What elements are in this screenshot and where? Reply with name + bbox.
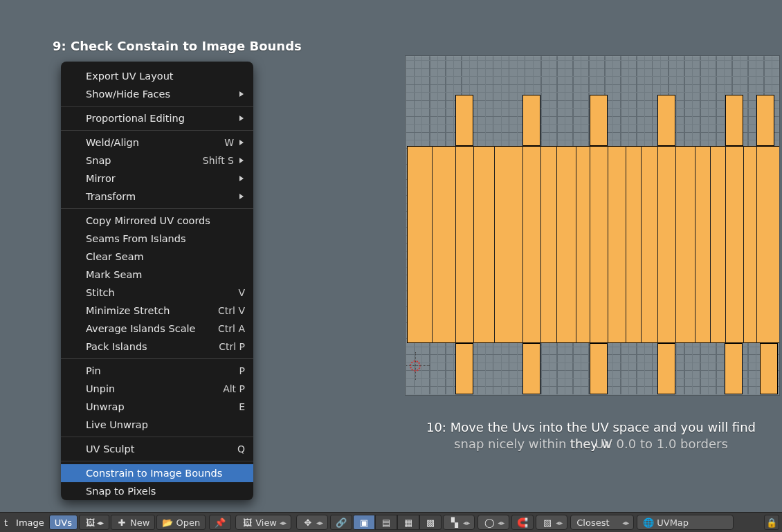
chevron-right-icon xyxy=(239,194,245,199)
menu-weld-align[interactable]: Weld/AlignW xyxy=(61,134,253,152)
select-edge-button[interactable]: ▤ xyxy=(375,515,397,530)
snap-toggle-button[interactable]: 🧲 xyxy=(511,515,534,530)
uvmap-icon: 🌐 xyxy=(643,517,654,528)
shortcut-label: W xyxy=(224,137,234,148)
shortcut-label: Alt P xyxy=(223,383,245,394)
menu-separator xyxy=(61,358,253,359)
shortcut-label: Shift S xyxy=(203,155,234,166)
lock-button[interactable]: 🔒 xyxy=(764,515,779,530)
chevron-right-icon xyxy=(239,116,245,121)
shortcut-label: Ctrl A xyxy=(218,323,245,334)
image-icon: 🖼 xyxy=(242,517,253,528)
uv-island-tab-down xyxy=(455,343,473,394)
uv-island-tab-up xyxy=(756,95,774,146)
select-vertex-button[interactable]: ▣ xyxy=(353,515,375,530)
menu-average-islands-scale[interactable]: Average Islands ScaleCtrl A xyxy=(61,320,253,338)
menu-live-unwrap-toggle[interactable]: Live Unwrap xyxy=(61,416,253,434)
menu-separator xyxy=(61,208,253,209)
uv-island-tab-down xyxy=(657,343,675,394)
lock-icon: 🔒 xyxy=(766,517,777,528)
menu-seams-from-islands[interactable]: Seams From Islands xyxy=(61,230,253,248)
uv-island-tab-down xyxy=(760,343,778,394)
menu-proportional-editing[interactable]: Proportional Editing xyxy=(61,109,253,127)
menu-stitch[interactable]: StitchV xyxy=(61,284,253,302)
menu-snap-to-pixels-toggle[interactable]: Snap to Pixels xyxy=(61,482,253,500)
menu-clear-seam[interactable]: Clear Seam xyxy=(61,248,253,266)
menu-pack-islands[interactable]: Pack IslandsCtrl P xyxy=(61,338,253,356)
menu-copy-mirrored-uv[interactable]: Copy Mirrored UV coords xyxy=(61,212,253,230)
snap-target-dropdown[interactable]: ▧◂▸ xyxy=(536,515,567,530)
pivot-dropdown[interactable]: ✥◂▸ xyxy=(296,515,328,530)
uv-map-selector[interactable]: 🌐UVMap xyxy=(637,515,734,530)
sticky-icon: ▚ xyxy=(449,517,460,528)
uv-editor-header: t Image UVs 🖼◂▸ ✚New 📂Open 📌 🖼View◂▸ ✥◂▸… xyxy=(0,512,782,532)
uv-select-mode-group: ▣ ▤ ▦ ▩ xyxy=(353,515,442,530)
uv-island-divisions xyxy=(407,146,780,343)
sticky-select-dropdown[interactable]: ▚◂▸ xyxy=(443,515,475,530)
shortcut-label: V xyxy=(238,287,245,298)
chevron-right-icon xyxy=(239,158,245,163)
folder-icon: 📂 xyxy=(162,517,173,528)
menu-constrain-to-image-bounds-toggle[interactable]: Constrain to Image Bounds xyxy=(61,464,253,482)
magnet-icon: 🧲 xyxy=(517,517,528,528)
open-image-button[interactable]: 📂Open xyxy=(156,515,206,530)
shortcut-label: Ctrl P xyxy=(219,341,245,352)
menu-unpin[interactable]: UnpinAlt P xyxy=(61,380,253,398)
caption-step-9: 9: Check Constain to Image Bounds xyxy=(53,39,302,53)
menu-separator xyxy=(61,461,253,461)
select-island-button[interactable]: ▩ xyxy=(419,515,442,530)
uv-island-tab-down xyxy=(725,343,743,394)
menu-separator xyxy=(61,106,253,107)
chevron-right-icon xyxy=(239,91,245,97)
proportional-editing-dropdown[interactable]: ◯◂▸ xyxy=(478,515,509,530)
caption-step-10-line2: snap nicely within the UV 0.0 to 1.0 bor… xyxy=(411,436,771,452)
menu-unwrap[interactable]: UnwrapE xyxy=(61,398,253,416)
header-menu-uvs[interactable]: UVs xyxy=(49,515,78,530)
snap-target-icon: ▧ xyxy=(542,517,553,528)
header-menu-truncated[interactable]: t xyxy=(0,517,12,528)
chevron-right-icon xyxy=(239,140,245,145)
menu-separator xyxy=(61,130,253,131)
edge-icon: ▤ xyxy=(381,517,392,528)
uvs-context-menu: Export UV Layout Show/Hide Faces Proport… xyxy=(61,62,253,500)
view-dropdown[interactable]: 🖼View◂▸ xyxy=(235,515,291,530)
menu-mirror[interactable]: Mirror xyxy=(61,169,253,187)
texture-interpolation-dropdown[interactable]: Closest◂▸ xyxy=(570,515,634,530)
island-icon: ▩ xyxy=(425,517,436,528)
menu-pin[interactable]: PinP xyxy=(61,362,253,380)
pin-button[interactable]: 📌 xyxy=(209,515,231,530)
image-icon: 🖼 xyxy=(84,517,96,528)
uv-island-tab-down xyxy=(522,343,540,394)
menu-snap[interactable]: SnapShift S xyxy=(61,152,253,169)
shortcut-label: P xyxy=(239,365,245,376)
uv-island-tab-up xyxy=(455,95,473,146)
plus-icon: ✚ xyxy=(116,517,127,528)
chevron-right-icon xyxy=(239,176,245,181)
uv-island-tab-up xyxy=(590,95,608,146)
pivot-icon: ✥ xyxy=(302,517,313,528)
new-image-button[interactable]: ✚New xyxy=(111,515,155,530)
header-menu-image[interactable]: Image xyxy=(12,517,48,528)
menu-show-hide-faces[interactable]: Show/Hide Faces xyxy=(61,85,253,103)
menu-mark-seam[interactable]: Mark Seam xyxy=(61,266,253,284)
uv-editor-canvas[interactable] xyxy=(405,55,780,396)
sync-selection-button[interactable]: 🔗 xyxy=(330,515,352,530)
menu-export-uv-layout[interactable]: Export UV Layout xyxy=(61,67,253,85)
uv-island-tab-up xyxy=(725,95,743,146)
vertex-icon: ▣ xyxy=(358,517,370,528)
pin-icon: 📌 xyxy=(215,517,226,528)
menu-separator xyxy=(61,437,253,437)
uv-island-tab-up xyxy=(657,95,675,146)
shortcut-label: Q xyxy=(237,443,245,455)
menu-minimize-stretch[interactable]: Minimize StretchCtrl V xyxy=(61,302,253,320)
select-face-button[interactable]: ▦ xyxy=(397,515,419,530)
face-icon: ▦ xyxy=(403,517,414,528)
menu-transform[interactable]: Transform xyxy=(61,187,253,205)
sync-icon: 🔗 xyxy=(336,517,347,528)
2d-cursor-icon xyxy=(405,355,426,377)
image-browse-button[interactable]: 🖼◂▸ xyxy=(79,515,109,530)
shortcut-label: E xyxy=(239,401,245,412)
shortcut-label: Ctrl V xyxy=(218,305,245,316)
uv-island-tab-up xyxy=(522,95,540,146)
menu-uv-sculpt-toggle[interactable]: UV SculptQ xyxy=(61,440,253,458)
